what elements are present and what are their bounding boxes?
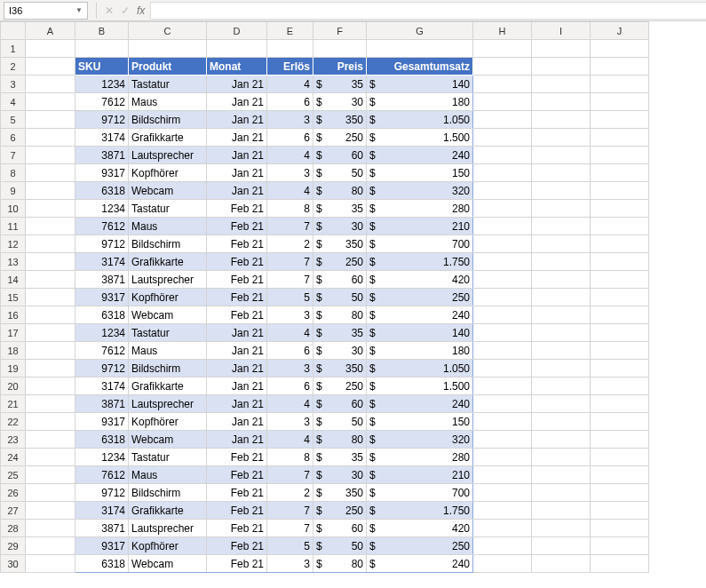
cell-erloes[interactable]: 5 (267, 537, 313, 555)
cell[interactable] (473, 520, 532, 537)
cell-preis[interactable]: $35 (313, 449, 367, 466)
header-preis[interactable]: Preis (313, 58, 367, 75)
cell[interactable] (473, 395, 532, 413)
cell[interactable] (26, 395, 75, 413)
cell-sku[interactable]: 1234 (75, 324, 129, 342)
row-header-29[interactable]: 29 (1, 537, 26, 555)
cell-erloes[interactable]: 5 (267, 289, 313, 306)
cell-gesamt[interactable]: $420 (367, 520, 473, 537)
cell[interactable] (591, 555, 649, 573)
cell-sku[interactable]: 9712 (75, 111, 129, 129)
cell[interactable] (473, 377, 532, 395)
cell[interactable] (532, 377, 591, 395)
cell-gesamt[interactable]: $250 (367, 537, 473, 555)
cell-erloes[interactable]: 2 (267, 235, 313, 253)
cell-erloes[interactable]: 4 (267, 431, 313, 449)
cell-sku[interactable]: 9317 (75, 289, 129, 306)
cell-gesamt[interactable]: $1.050 (367, 111, 473, 129)
cell[interactable] (532, 520, 591, 537)
cell[interactable] (26, 93, 75, 111)
cell[interactable] (532, 306, 591, 324)
cell-gesamt[interactable]: $1.050 (367, 360, 473, 377)
cell[interactable] (473, 182, 532, 200)
cell-preis[interactable]: $250 (313, 502, 367, 520)
cell-erloes[interactable]: 3 (267, 164, 313, 182)
cell[interactable] (532, 431, 591, 449)
cell[interactable] (532, 111, 591, 129)
row-header-20[interactable]: 20 (1, 377, 26, 395)
cell[interactable] (532, 182, 591, 200)
cell[interactable] (532, 253, 591, 271)
cell-sku[interactable]: 6318 (75, 555, 129, 573)
cell[interactable] (532, 129, 591, 147)
cell[interactable] (532, 395, 591, 413)
row-header-13[interactable]: 13 (1, 253, 26, 271)
cell[interactable] (532, 502, 591, 520)
cell-preis[interactable]: $50 (313, 413, 367, 431)
cell[interactable] (532, 75, 591, 93)
cell-produkt[interactable]: Kopfhörer (129, 413, 207, 431)
cell-monat[interactable]: Jan 21 (207, 431, 267, 449)
cell[interactable] (26, 218, 75, 235)
cell[interactable] (26, 431, 75, 449)
cell[interactable] (473, 93, 532, 111)
header-gesamt[interactable]: Gesamtumsatz (367, 58, 473, 75)
row-header-10[interactable]: 10 (1, 200, 26, 218)
cell-preis[interactable]: $250 (313, 253, 367, 271)
row-header-5[interactable]: 5 (1, 111, 26, 129)
chevron-down-icon[interactable]: ▼ (75, 6, 83, 14)
cell-sku[interactable]: 9712 (75, 235, 129, 253)
cell-gesamt[interactable]: $210 (367, 466, 473, 484)
row-header-30[interactable]: 30 (1, 555, 26, 573)
cell[interactable] (26, 111, 75, 129)
cell-erloes[interactable]: 8 (267, 200, 313, 218)
cell-sku[interactable]: 3174 (75, 253, 129, 271)
column-header-E[interactable]: E (267, 22, 313, 40)
column-header-H[interactable]: H (473, 22, 532, 40)
cell-preis[interactable]: $80 (313, 555, 367, 573)
cell[interactable] (532, 58, 591, 75)
cell[interactable] (26, 324, 75, 342)
cell-produkt[interactable]: Tastatur (129, 75, 207, 93)
cell-erloes[interactable]: 7 (267, 502, 313, 520)
cell[interactable] (473, 431, 532, 449)
cell-preis[interactable]: $60 (313, 520, 367, 537)
row-header-7[interactable]: 7 (1, 147, 26, 164)
cell[interactable] (26, 520, 75, 537)
cell[interactable] (591, 413, 649, 431)
cell-sku[interactable]: 7612 (75, 218, 129, 235)
cell-erloes[interactable]: 4 (267, 324, 313, 342)
cell[interactable] (532, 289, 591, 306)
cell-sku[interactable]: 7612 (75, 466, 129, 484)
row-header-2[interactable]: 2 (1, 58, 26, 75)
column-header-G[interactable]: G (367, 22, 473, 40)
cell[interactable] (532, 360, 591, 377)
row-header-1[interactable]: 1 (1, 40, 26, 58)
cell-produkt[interactable]: Lautsprecher (129, 395, 207, 413)
cell[interactable] (473, 449, 532, 466)
cell-monat[interactable]: Feb 21 (207, 200, 267, 218)
cell[interactable] (532, 93, 591, 111)
cell-produkt[interactable]: Grafikkarte (129, 253, 207, 271)
cell[interactable] (591, 431, 649, 449)
cell-sku[interactable]: 9712 (75, 484, 129, 502)
cell-gesamt[interactable]: $1.750 (367, 502, 473, 520)
cell[interactable] (26, 75, 75, 93)
row-header-25[interactable]: 25 (1, 466, 26, 484)
column-header-F[interactable]: F (313, 22, 367, 40)
cell[interactable] (473, 466, 532, 484)
cell[interactable] (26, 306, 75, 324)
cell[interactable] (591, 111, 649, 129)
cell[interactable] (532, 200, 591, 218)
cell[interactable] (473, 200, 532, 218)
cell-preis[interactable]: $250 (313, 129, 367, 147)
cell-produkt[interactable]: Kopfhörer (129, 289, 207, 306)
cell-sku[interactable]: 3174 (75, 129, 129, 147)
cell[interactable] (26, 466, 75, 484)
cell-gesamt[interactable]: $180 (367, 342, 473, 360)
cell-sku[interactable]: 3871 (75, 395, 129, 413)
header-monat[interactable]: Monat (207, 58, 267, 75)
cell-preis[interactable]: $30 (313, 93, 367, 111)
cell-sku[interactable]: 3871 (75, 520, 129, 537)
cell-monat[interactable]: Jan 21 (207, 129, 267, 147)
